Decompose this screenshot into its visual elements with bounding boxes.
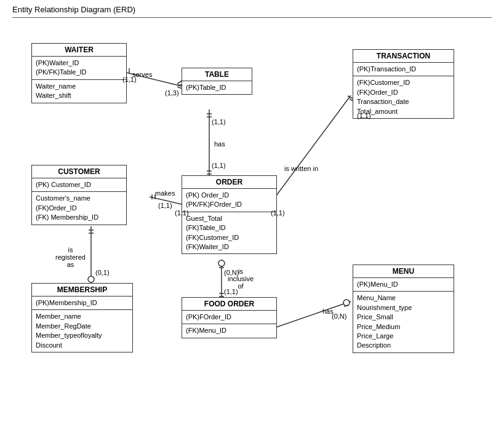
order-entity: ORDER (PK) Order_ID (PK/FK)FOrder_ID Gue… bbox=[182, 175, 277, 254]
title-divider bbox=[12, 17, 492, 18]
card-c11b: (1,1) bbox=[175, 209, 189, 217]
svg-line-34 bbox=[344, 305, 349, 306]
order-pk: (PK) Order_ID (PK/FK)FOrder_ID bbox=[182, 189, 276, 212]
customer-entity: CUSTOMER (PK) Customer_ID Customer's_nam… bbox=[31, 165, 127, 225]
svg-point-33 bbox=[343, 300, 350, 306]
card-w13: (1,3) bbox=[165, 89, 179, 97]
menu-header: MENU bbox=[353, 265, 454, 278]
menu-entity: MENU (PK)Menu_ID Menu_Name Nourishment_t… bbox=[353, 265, 454, 353]
membership-entity: MEMBERSHIP (PK)Membership_ID Member_name… bbox=[31, 283, 133, 352]
page-title: Entity Relationship Diagram (ERD) bbox=[12, 5, 135, 14]
membership-header: MEMBERSHIP bbox=[32, 284, 132, 297]
table-header: TABLE bbox=[182, 68, 252, 81]
food-order-header: FOOD ORDER bbox=[182, 298, 276, 311]
transaction-entity: TRANSACTION (PK)Transaction_ID (FK)Custo… bbox=[353, 49, 454, 119]
card-m01: (0,1) bbox=[95, 269, 110, 276]
waiter-header: WAITER bbox=[32, 44, 126, 57]
card-t11: (1,1) bbox=[212, 118, 226, 125]
card-fo11: (1,1) bbox=[224, 288, 238, 295]
card-fo0n: (0,N) bbox=[224, 269, 239, 276]
svg-line-11 bbox=[271, 95, 351, 203]
table-body: (PK)Table_ID bbox=[182, 81, 252, 94]
customer-header: CUSTOMER bbox=[32, 165, 126, 178]
table-entity: TABLE (PK)Table_ID bbox=[182, 68, 252, 95]
order-header: ORDER bbox=[182, 176, 276, 189]
card-c11: (1,1) bbox=[158, 202, 172, 209]
food-order-body: (FK)Menu_ID bbox=[182, 324, 276, 337]
card-trans11: (1,1) bbox=[357, 112, 371, 119]
membership-pk: (PK)Membership_ID bbox=[32, 297, 132, 310]
customer-pk: (PK) Customer_ID bbox=[32, 178, 126, 192]
card-w1: (1,1) bbox=[122, 76, 137, 83]
svg-point-24 bbox=[88, 276, 94, 282]
waiter-entity: WAITER (PK)Waiter_ID (PK/FK)Table_ID Wai… bbox=[31, 43, 127, 103]
customer-body: Customer's_name (FK)Order_ID (FK) Member… bbox=[32, 192, 126, 224]
is-registered-as-label: isregisteredas bbox=[55, 246, 86, 268]
waiter-pk: (PK)Waiter_ID (PK/FK)Table_ID bbox=[32, 57, 126, 80]
order-body: Guest_Total (FK)Table_ID (FK)Customer_ID… bbox=[182, 212, 276, 254]
menu-body: Menu_Name Nourishment_type Price_Small P… bbox=[353, 292, 454, 352]
transaction-pk: (PK)Transaction_ID bbox=[353, 63, 454, 76]
card-t11c: (1,1) bbox=[271, 209, 285, 217]
card-menu0n: (0,N) bbox=[332, 313, 346, 320]
transaction-header: TRANSACTION bbox=[353, 50, 454, 63]
svg-point-26 bbox=[218, 260, 225, 266]
food-order-pk: (PK)FOrder_ID bbox=[182, 311, 276, 324]
svg-line-14 bbox=[348, 96, 353, 98]
is-written-in-label: is written in bbox=[284, 165, 318, 172]
makes-label: makes bbox=[155, 189, 175, 197]
card-t11b: (1,1) bbox=[212, 162, 226, 169]
menu-pk: (PK)Menu_ID bbox=[353, 278, 454, 292]
waiter-body: Waiter_name Waiter_shift bbox=[32, 80, 126, 103]
membership-body: Member_name Member_RegDate Member_typeof… bbox=[32, 310, 132, 352]
has-table-order-label: has bbox=[214, 140, 225, 148]
food-order-entity: FOOD ORDER (PK)FOrder_ID (FK)Menu_ID bbox=[182, 297, 277, 338]
